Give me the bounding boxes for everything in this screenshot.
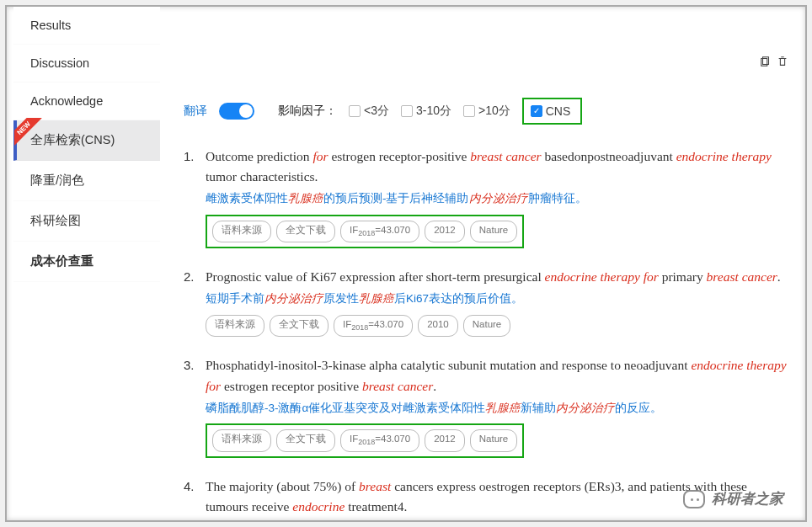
impact-factor-label: 影响因子： (278, 104, 337, 119)
result-title-en[interactable]: Outcome prediction for estrogen receptor… (206, 146, 792, 187)
translate-toggle[interactable] (219, 103, 254, 120)
result-title-zh: 短期手术前内分泌治疗原发性乳腺癌后Ki67表达的预后价值。 (206, 290, 792, 308)
sidebar-item-plotting[interactable]: 科研绘图 (13, 201, 160, 242)
result-number: 3. (184, 355, 206, 457)
filter-3-10[interactable]: 3-10分 (401, 104, 451, 119)
results-list: 1.Outcome prediction for estrogen recept… (175, 146, 799, 520)
sidebar-item-discussion[interactable]: Discussion (13, 45, 160, 83)
result-title-en[interactable]: Phosphatidyl-inositol-3-kinase alpha cat… (206, 355, 792, 396)
checkbox-checked-icon (531, 105, 542, 117)
pill-source[interactable]: 语料来源 (206, 315, 264, 337)
result-title-en[interactable]: Prognostic value of Ki67 expression afte… (206, 267, 792, 287)
pill-journal[interactable]: Nature (470, 429, 518, 451)
pill-year[interactable]: 2012 (425, 429, 465, 451)
sidebar-item-rewrite[interactable]: 降重/润色 (13, 161, 160, 201)
sidebar: Results Discussion Acknowledge 全库检索(CNS)… (13, 7, 160, 282)
translate-label: 翻译 (184, 104, 207, 119)
sidebar-item-acknowledge[interactable]: Acknowledge (13, 83, 160, 120)
pill-source[interactable]: 语料来源 (212, 221, 271, 242)
sidebar-item-cns-search[interactable]: 全库检索(CNS) (13, 120, 160, 161)
pill-source[interactable]: 语料来源 (212, 429, 271, 451)
filter-lt3[interactable]: <3分 (349, 104, 389, 119)
pill-journal[interactable]: Nature (463, 315, 511, 337)
pill-download[interactable]: 全文下载 (276, 429, 335, 451)
pill-year[interactable]: 2012 (425, 221, 465, 242)
sidebar-item-cost-check[interactable]: 成本价查重 (13, 242, 160, 282)
result-tags: 语料来源全文下载IF2018=43.0702012Nature (206, 215, 524, 248)
main-panel: 翻译 影响因子： <3分 3-10分 >10分 CNS 1.Outcome pr… (175, 7, 799, 520)
filter-cns-highlight: CNS (522, 98, 583, 125)
pill-impact-factor[interactable]: IF2018=43.070 (340, 429, 419, 451)
sidebar-item-results[interactable]: Results (13, 7, 160, 45)
result-entry: 3.Phosphatidyl-inositol-3-kinase alpha c… (184, 355, 799, 457)
result-number: 1. (184, 146, 206, 248)
result-title-zh: 雌激素受体阳性乳腺癌的预后预测-基于后神经辅助内分泌治疗肿瘤特征。 (206, 190, 792, 208)
chat-bubble-icon (683, 490, 705, 508)
result-title-zh: 磷脂酰肌醇-3-激酶α催化亚基突变及对雌激素受体阳性乳腺癌新辅助内分泌治疗的反应… (206, 400, 792, 418)
filter-cns[interactable]: CNS (531, 104, 571, 118)
result-entry: 1.Outcome prediction for estrogen recept… (184, 146, 799, 248)
copy-icon[interactable] (760, 56, 772, 70)
trash-icon[interactable] (777, 56, 788, 70)
result-tags: 语料来源全文下载IF2018=43.0702012Nature (206, 423, 524, 457)
top-actions (760, 56, 788, 70)
result-number: 2. (184, 267, 206, 337)
pill-year[interactable]: 2010 (418, 315, 458, 337)
pill-journal[interactable]: Nature (470, 221, 518, 242)
pill-impact-factor[interactable]: IF2018=43.070 (340, 221, 419, 242)
result-number: 4. (184, 476, 206, 520)
filter-gt10[interactable]: >10分 (463, 104, 510, 119)
filter-bar: 翻译 影响因子： <3分 3-10分 >10分 CNS (175, 98, 799, 125)
pill-download[interactable]: 全文下载 (276, 221, 335, 242)
watermark: 科研者之家 (683, 489, 783, 508)
pill-download[interactable]: 全文下载 (270, 315, 329, 337)
new-ribbon-icon (14, 118, 45, 148)
pill-impact-factor[interactable]: IF2018=43.070 (334, 315, 413, 337)
result-tags: 语料来源全文下载IF2018=43.0702010Nature (206, 315, 792, 337)
result-entry: 2.Prognostic value of Ki67 expression af… (184, 267, 799, 337)
